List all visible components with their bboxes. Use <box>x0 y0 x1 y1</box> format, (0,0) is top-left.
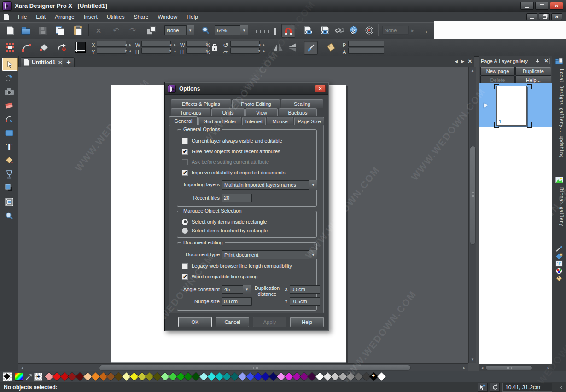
horizontal-scrollbar[interactable]: ◂ ▸ <box>18 363 468 371</box>
radio-button[interactable] <box>182 228 188 234</box>
checkbox-legacy-line-length[interactable]: Legacy web browser line length compatibi… <box>182 262 292 270</box>
radio-items-touched[interactable]: Select items touched by rectangle <box>182 227 268 234</box>
menu-share[interactable]: Share <box>129 13 153 21</box>
fill-tool[interactable] <box>2 154 17 167</box>
duplication-x-field[interactable]: 0.5cm <box>290 285 320 294</box>
palette-swatch[interactable] <box>216 371 223 382</box>
next-page-arrow[interactable]: ▸ <box>461 58 464 64</box>
importing-layers-dropdown[interactable]: Maintain imported layers names <box>222 180 317 190</box>
duplication-y-field[interactable]: -0.5cm <box>290 297 320 306</box>
checkbox-current-layer[interactable]: Current layer always visible and editabl… <box>182 137 282 144</box>
color-editor-button[interactable] <box>15 373 23 381</box>
x-spin-right[interactable] <box>128 43 133 47</box>
checkbox-box[interactable] <box>182 138 188 144</box>
checkbox-improve-editability[interactable]: Improve editability of imported document… <box>182 169 286 176</box>
palette-swatch[interactable] <box>285 371 293 382</box>
flip-horizontal-button[interactable] <box>272 41 285 54</box>
palette-swatch[interactable] <box>115 371 123 382</box>
palette-swatch[interactable] <box>300 371 308 382</box>
fonts-gallery-button[interactable]: T <box>555 260 563 267</box>
undo-button[interactable] <box>110 24 123 37</box>
rot-spin-left[interactable] <box>257 43 262 47</box>
expand-arrow-icon[interactable] <box>484 103 488 108</box>
vertical-scroll-thumb[interactable] <box>470 146 476 245</box>
menu-insert[interactable]: Insert <box>79 13 102 21</box>
scroll-right-arrow[interactable]: ▸ <box>461 364 467 371</box>
preview-document-button[interactable] <box>318 24 331 37</box>
palette-swatch[interactable] <box>138 371 146 382</box>
dropdown-arrow-icon[interactable] <box>309 180 317 190</box>
tab-units[interactable]: Units <box>211 108 245 116</box>
palette-swatch[interactable] <box>378 371 385 382</box>
copy-button[interactable] <box>53 24 66 37</box>
palette-swatch[interactable] <box>331 371 339 382</box>
dialog-close-button[interactable] <box>315 85 326 92</box>
checkbox-box[interactable] <box>182 149 188 155</box>
palette-swatch[interactable] <box>130 371 138 382</box>
scroll-left-arrow[interactable]: ◂ <box>19 364 25 371</box>
local-designs-gallery-button[interactable] <box>555 58 563 65</box>
line-gallery-button[interactable] <box>555 246 563 252</box>
export-button[interactable] <box>418 24 431 37</box>
tab-view[interactable]: View <box>245 108 278 116</box>
menu-file[interactable]: File <box>13 13 31 21</box>
radio-button[interactable] <box>182 219 188 225</box>
duplicate-button[interactable]: Duplicate <box>515 67 551 75</box>
vertical-scrollbar[interactable]: ▴ ▾ <box>468 67 476 363</box>
prev-page-arrow[interactable]: ◂ <box>455 58 458 64</box>
w-spin-right[interactable] <box>173 43 177 47</box>
hyperlink-button[interactable] <box>333 24 346 37</box>
menu-window[interactable]: Window <box>153 13 182 21</box>
palette-swatch[interactable] <box>146 371 153 382</box>
palette-swatch[interactable] <box>169 371 177 382</box>
palette-swatch[interactable] <box>123 371 130 382</box>
color-picker-button[interactable] <box>25 373 33 381</box>
tab-mouse[interactable]: Mouse <box>267 117 293 125</box>
palette-swatch[interactable] <box>99 371 107 382</box>
show-edit-handles-button[interactable] <box>4 41 17 54</box>
delete-button[interactable] <box>92 24 105 37</box>
rotate-mode-button[interactable] <box>55 41 68 54</box>
shadow-tool[interactable] <box>2 182 17 195</box>
preview-page-button[interactable] <box>302 24 315 37</box>
palette-swatch[interactable] <box>223 371 231 382</box>
scroll-down-arrow[interactable]: ▾ <box>469 357 476 362</box>
palette-swatch[interactable] <box>107 371 115 382</box>
name-apply-arrow-button[interactable] <box>409 24 416 37</box>
web-properties-button[interactable] <box>347 24 360 37</box>
palette-swatch[interactable] <box>339 371 347 382</box>
cancel-button[interactable]: Cancel <box>216 317 249 327</box>
palette-swatch[interactable] <box>254 371 262 382</box>
document-type-dropdown[interactable]: Print document <box>222 250 317 259</box>
resize-grip[interactable] <box>556 383 562 391</box>
dropdown-arrow-icon[interactable] <box>309 250 317 259</box>
new-color-button[interactable] <box>34 373 42 381</box>
p-field[interactable] <box>348 41 384 47</box>
maximize-button[interactable] <box>535 2 548 10</box>
checkbox-recent-attributes[interactable]: Give new objects most recent attributes <box>182 148 280 155</box>
gallery-scroll-left-arrow[interactable]: ◂ <box>480 364 484 371</box>
palette-swatch[interactable] <box>246 371 254 382</box>
y-spin-up[interactable] <box>128 49 133 53</box>
no-color-swatch[interactable] <box>3 372 12 381</box>
lock-aspect-button[interactable] <box>211 43 218 53</box>
close-button[interactable] <box>550 2 563 10</box>
doc-restore-button[interactable] <box>539 13 550 20</box>
close-gallery-button[interactable] <box>543 58 550 64</box>
palette-swatch[interactable] <box>45 371 53 382</box>
nudge-size-field[interactable]: 0.1cm <box>222 297 252 306</box>
page-thumbnail[interactable]: 1. <box>496 86 527 126</box>
tab-backups[interactable]: Backups <box>279 108 317 116</box>
palette-swatch[interactable] <box>153 371 161 382</box>
new-tab-button[interactable] <box>63 57 75 68</box>
palette-swatch[interactable] <box>208 371 216 382</box>
bevel-tool[interactable] <box>2 196 17 208</box>
new-page-button[interactable]: New page <box>480 67 515 75</box>
fill-gallery-button[interactable] <box>555 253 563 259</box>
tab-effects-plugins[interactable]: Effects & Plugins <box>171 99 231 108</box>
transform-button[interactable] <box>145 24 158 37</box>
tab-scaling[interactable]: Scaling <box>281 99 323 108</box>
palette-swatch[interactable] <box>76 371 84 382</box>
y-position-field[interactable] <box>97 48 126 54</box>
y-spin-down[interactable] <box>123 49 128 53</box>
